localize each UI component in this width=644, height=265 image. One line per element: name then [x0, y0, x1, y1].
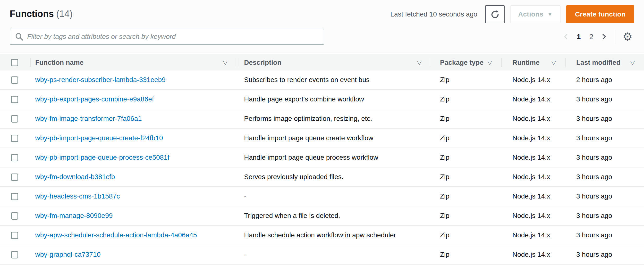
- function-name-link[interactable]: wby-fm-download-b381cfb: [35, 173, 115, 181]
- function-name-link[interactable]: wby-graphql-ca73710: [35, 251, 100, 258]
- last-modified-cell: 3 hours ago: [565, 173, 644, 181]
- row-checkbox[interactable]: [11, 115, 18, 123]
- create-function-button[interactable]: Create function: [566, 5, 634, 23]
- function-name-link[interactable]: wby-pb-import-page-queue-process-ce5081f: [35, 154, 170, 161]
- package-type-cell: Zip: [431, 173, 501, 181]
- package-type-cell: Zip: [431, 95, 501, 103]
- description-cell: Triggered when a file is deleted.: [237, 212, 431, 220]
- column-header-package-type[interactable]: Package type ▽: [431, 54, 501, 71]
- function-name-link[interactable]: wby-pb-export-pages-combine-e9a86ef: [35, 95, 154, 103]
- row-checkbox[interactable]: [11, 96, 18, 103]
- function-name-link[interactable]: wby-headless-cms-1b1587c: [35, 192, 120, 200]
- page-title-text: Functions: [10, 9, 54, 19]
- previous-page-button[interactable]: [560, 30, 572, 43]
- package-type-cell: Zip: [431, 231, 501, 239]
- sort-icon[interactable]: ▽: [223, 59, 228, 66]
- row-select-cell: [0, 231, 30, 239]
- row-checkbox[interactable]: [11, 154, 18, 161]
- row-select-cell: [0, 76, 30, 84]
- table-controls: 1 2 ⚙: [0, 29, 644, 45]
- last-modified-cell: 3 hours ago: [565, 212, 644, 220]
- function-name-cell: wby-pb-export-pages-combine-e9a86ef: [30, 95, 237, 103]
- row-checkbox[interactable]: [11, 76, 18, 84]
- sort-icon[interactable]: ▽: [552, 59, 556, 66]
- last-modified-cell: 3 hours ago: [565, 134, 644, 142]
- sort-icon[interactable]: ▽: [488, 59, 492, 66]
- pagination: 1 2 ⚙: [560, 30, 634, 44]
- page-button-1[interactable]: 1: [573, 30, 584, 43]
- package-type-cell: Zip: [431, 134, 501, 142]
- header-bar: Functions(14) Last fetched 10 seconds ag…: [0, 0, 644, 23]
- settings-button[interactable]: ⚙: [621, 30, 634, 43]
- filter-input[interactable]: [27, 30, 319, 44]
- row-checkbox[interactable]: [11, 174, 18, 181]
- page-button-2[interactable]: 2: [586, 30, 597, 43]
- search-icon: [15, 32, 23, 41]
- table-row: wby-pb-import-page-queue-create-f24fb10 …: [0, 129, 644, 148]
- package-type-cell: Zip: [431, 76, 501, 84]
- header-actions: Last fetched 10 seconds ago Actions ▼ Cr…: [390, 5, 634, 23]
- column-header-description[interactable]: Description ▽: [237, 54, 431, 71]
- column-header-function-name[interactable]: Function name ▽: [30, 54, 237, 71]
- row-checkbox[interactable]: [11, 232, 18, 239]
- description-cell: Serves previously uploaded files.: [237, 173, 431, 181]
- runtime-cell: Node.js 14.x: [501, 192, 565, 200]
- refresh-button[interactable]: [485, 5, 504, 23]
- column-label: Function name: [35, 59, 84, 66]
- row-checkbox[interactable]: [11, 193, 18, 200]
- last-modified-cell: 3 hours ago: [565, 231, 644, 239]
- last-modified-cell: 3 hours ago: [565, 154, 644, 161]
- column-label: Runtime: [512, 59, 540, 66]
- runtime-cell: Node.js 14.x: [501, 173, 565, 181]
- sort-icon[interactable]: ▽: [417, 59, 422, 66]
- functions-table: Function name ▽ Description ▽ Package ty…: [0, 54, 644, 265]
- column-header-runtime[interactable]: Runtime ▽: [501, 54, 565, 71]
- table-row: wby-ps-render-subscriber-lambda-331eeb9 …: [0, 70, 644, 90]
- runtime-cell: Node.js 14.x: [501, 212, 565, 220]
- row-select-cell: [0, 192, 30, 201]
- function-name-link[interactable]: wby-apw-scheduler-schedule-action-lambda…: [35, 231, 197, 239]
- function-name-link[interactable]: wby-ps-render-subscriber-lambda-331eeb9: [35, 76, 166, 83]
- table-row: wby-apw-scheduler-schedule-action-lambda…: [0, 226, 644, 245]
- last-modified-cell: 2 hours ago: [565, 76, 644, 84]
- last-modified-cell: 3 hours ago: [565, 115, 644, 123]
- table-header-row: Function name ▽ Description ▽ Package ty…: [0, 54, 644, 70]
- description-cell: Performs image optimization, resizing, e…: [237, 115, 431, 123]
- column-header-last-modified[interactable]: Last modified ▽: [565, 54, 644, 71]
- function-name-cell: wby-pb-import-page-queue-create-f24fb10: [30, 134, 237, 142]
- row-select-cell: [0, 173, 30, 181]
- package-type-cell: Zip: [431, 115, 501, 123]
- function-name-link[interactable]: wby-fm-image-transformer-7fa06a1: [35, 115, 142, 122]
- row-select-cell: [0, 115, 30, 123]
- description-cell: Handle schedule action workflow in apw s…: [237, 231, 431, 239]
- runtime-cell: Node.js 14.x: [501, 134, 565, 142]
- runtime-cell: Node.js 14.x: [501, 154, 565, 161]
- lambda-functions-page: Functions(14) Last fetched 10 seconds ag…: [0, 0, 644, 265]
- description-cell: Handle import page queue create workflow: [237, 134, 431, 142]
- row-checkbox[interactable]: [11, 251, 18, 259]
- filter-input-wrapper: [10, 29, 324, 45]
- row-select-cell: [0, 95, 30, 103]
- runtime-cell: Node.js 14.x: [501, 251, 565, 259]
- function-name-cell: wby-graphql-ca73710: [30, 251, 237, 259]
- package-type-cell: Zip: [431, 192, 501, 200]
- row-checkbox[interactable]: [11, 212, 18, 220]
- column-label: Last modified: [576, 59, 620, 66]
- function-name-link[interactable]: wby-pb-import-page-queue-create-f24fb10: [35, 134, 163, 142]
- page-title: Functions(14): [10, 5, 72, 19]
- last-fetched-text: Last fetched 10 seconds ago: [390, 10, 478, 18]
- column-label: Description: [244, 59, 282, 66]
- function-name-cell: wby-ps-render-subscriber-lambda-331eeb9: [30, 76, 237, 84]
- function-name-cell: wby-apw-scheduler-schedule-action-lambda…: [30, 231, 237, 239]
- chevron-left-icon: [562, 33, 570, 40]
- row-checkbox[interactable]: [11, 135, 18, 142]
- next-page-button[interactable]: [598, 30, 610, 43]
- row-select-cell: [0, 212, 30, 220]
- function-name-link[interactable]: wby-fm-manage-8090e99: [35, 212, 113, 219]
- gear-icon: ⚙: [622, 31, 632, 42]
- description-cell: -: [237, 251, 431, 259]
- pagination-divider: [615, 30, 615, 44]
- sort-icon[interactable]: ▽: [630, 59, 635, 66]
- actions-button[interactable]: Actions ▼: [510, 5, 560, 23]
- select-all-checkbox[interactable]: [11, 59, 18, 66]
